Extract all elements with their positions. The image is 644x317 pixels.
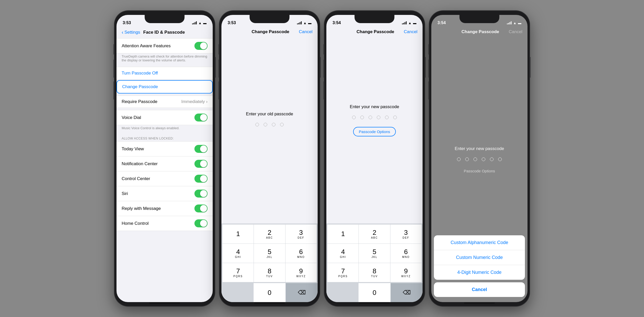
allow-access-header: ALLOW ACCESS WHEN LOCKED:	[117, 135, 213, 141]
passcode-options-button-3[interactable]: Passcode Options	[353, 127, 396, 136]
key-8[interactable]: 8TUV	[254, 263, 285, 282]
key-3-3[interactable]: 3DEF	[390, 225, 422, 244]
time-3: 3:54	[333, 21, 341, 25]
passcode-dots-4	[457, 157, 502, 161]
signal-icon-2	[297, 21, 302, 24]
key-3-7[interactable]: 7PQRS	[327, 263, 359, 282]
attention-sublabel: TrueDepth camera will check for attentio…	[117, 53, 213, 65]
siri-row: Siri	[117, 186, 213, 201]
back-label: Settings	[124, 30, 140, 35]
siri-toggle[interactable]	[194, 190, 208, 198]
today-view-label: Today View	[122, 146, 144, 152]
control-center-toggle[interactable]	[194, 175, 208, 183]
home-indicator-1	[149, 302, 180, 304]
passcode-nav-4: Change Passcode Cancel	[431, 27, 527, 38]
key-3[interactable]: 3DEF	[285, 225, 317, 244]
key-3-4[interactable]: 4GHI	[327, 244, 359, 263]
wifi-icon-4: ▲	[513, 21, 516, 25]
key-6[interactable]: 6MNO	[285, 244, 317, 263]
key-3-empty	[326, 283, 358, 302]
back-button[interactable]: ‹ Settings	[122, 29, 140, 35]
action-4digit-numeric[interactable]: 4-Digit Numeric Code	[434, 265, 525, 280]
notch-1	[145, 15, 185, 23]
dot-4	[280, 123, 284, 126]
attention-label: Attention Aware Features	[122, 43, 171, 49]
key-9[interactable]: 9WXYZ	[285, 263, 317, 282]
attention-row: Attention Aware Features	[117, 38, 213, 53]
key-delete[interactable]: ⌫	[286, 283, 318, 302]
time-1: 3:53	[123, 21, 131, 25]
numpad-3-container: 1 2ABC 3DEF 4GHI 5JKL 6MNO 7PQRS 8TUV 9W…	[326, 223, 423, 302]
passcode-nav-3: Change Passcode Cancel	[326, 27, 423, 38]
action-custom-numeric[interactable]: Custom Numeric Code	[434, 250, 525, 265]
require-passcode-row[interactable]: Require Passcode Immediately ›	[117, 96, 213, 108]
key-2[interactable]: 2ABC	[254, 225, 285, 244]
key-3-9[interactable]: 9WXYZ	[390, 263, 422, 282]
key-5[interactable]: 5JKL	[254, 244, 285, 263]
dot-4-6	[498, 157, 502, 161]
attention-toggle[interactable]	[194, 42, 208, 50]
numpad-2-container: 1 2ABC 3DEF 4GHI 5JKL 6MNO 7PQRS 8TUV 9W…	[221, 223, 318, 302]
reply-with-message-row: Reply with Message	[117, 201, 213, 216]
passcode-title-2: Change Passcode	[252, 29, 289, 34]
status-icons-3: ▲ ▬	[402, 21, 416, 25]
key-0[interactable]: 0	[254, 283, 285, 302]
key-3-0[interactable]: 0	[359, 283, 390, 302]
siri-label: Siri	[122, 191, 128, 196]
require-value: Immediately ›	[181, 99, 208, 104]
passcode-cancel-3[interactable]: Cancel	[404, 29, 417, 34]
dot-3-6	[393, 116, 397, 119]
dot-4-4	[482, 157, 485, 161]
status-icons-2: ▲ ▬	[297, 21, 311, 25]
iphone-2-screen: 3:53 ▲ ▬ Change Passcode Cancel	[221, 15, 318, 302]
today-view-toggle[interactable]	[194, 145, 208, 153]
status-bar-4: 3:54 ▲ ▬	[431, 15, 527, 27]
require-label: Require Passcode	[122, 99, 157, 104]
battery-icon-3: ▬	[413, 21, 416, 25]
dot-4-1	[457, 157, 461, 161]
reply-with-message-toggle[interactable]	[194, 204, 208, 212]
wifi-icon-3: ▲	[408, 21, 412, 25]
iphone-4: 3:54 ▲ ▬ Change Passcode C	[429, 11, 530, 306]
key-3-8[interactable]: 8TUV	[359, 263, 390, 282]
section-allow-access: Today View Notification Center Control C…	[117, 141, 213, 231]
key-3-6[interactable]: 6MNO	[390, 244, 422, 263]
dot-1	[255, 123, 259, 126]
change-passcode-row[interactable]: Change Passcode	[117, 80, 213, 94]
battery-icon-4: ▬	[518, 21, 521, 25]
signal-icon-3	[402, 21, 407, 24]
passcode-cancel-2[interactable]: Cancel	[299, 29, 312, 34]
numpad-3-bottom: 0 ⌫	[326, 283, 423, 302]
passcode-dots-2	[255, 123, 284, 126]
key-1[interactable]: 1	[222, 225, 254, 244]
key-7[interactable]: 7PQRS	[222, 263, 254, 282]
key-3-1[interactable]: 1	[327, 225, 359, 244]
home-indicator-4	[464, 302, 495, 304]
section-voice: Voice Dial Music Voice Control is always…	[117, 110, 213, 133]
home-control-toggle[interactable]	[194, 219, 208, 227]
key-3-2[interactable]: 2ABC	[359, 225, 390, 244]
notch-2	[250, 15, 290, 23]
turn-passcode-off-row[interactable]: Turn Passcode Off	[117, 67, 213, 80]
passcode-cancel-4[interactable]: Cancel	[509, 29, 522, 34]
action-sheet-cancel[interactable]: Cancel	[434, 282, 525, 297]
voice-dial-row: Voice Dial	[117, 110, 213, 125]
key-4[interactable]: 4GHI	[222, 244, 254, 263]
key-3-5[interactable]: 5JKL	[359, 244, 390, 263]
action-sheet-4: Custom Alphanumeric Code Custom Numeric …	[431, 235, 527, 302]
notification-center-toggle[interactable]	[194, 160, 208, 168]
iphone-4-screen: 3:54 ▲ ▬ Change Passcode C	[431, 15, 527, 302]
voice-dial-toggle[interactable]	[194, 114, 208, 122]
passcode-content-2: Enter your old passcode	[221, 38, 318, 223]
dot-4-2	[465, 157, 469, 161]
status-icons-1: ▲ ▬	[192, 21, 207, 25]
numpad-3: 1 2ABC 3DEF 4GHI 5JKL 6MNO 7PQRS 8TUV 9W…	[326, 223, 423, 283]
action-custom-alphanumeric[interactable]: Custom Alphanumeric Code	[434, 235, 525, 250]
change-passcode-label: Change Passcode	[122, 84, 158, 89]
dot-4-3	[473, 157, 477, 161]
passcode-prompt-3: Enter your new passcode	[350, 104, 399, 109]
notification-center-row: Notification Center	[117, 156, 213, 171]
dot-4-5	[490, 157, 494, 161]
key-3-delete[interactable]: ⌫	[391, 283, 423, 302]
status-icons-4: ▲ ▬	[507, 21, 521, 25]
